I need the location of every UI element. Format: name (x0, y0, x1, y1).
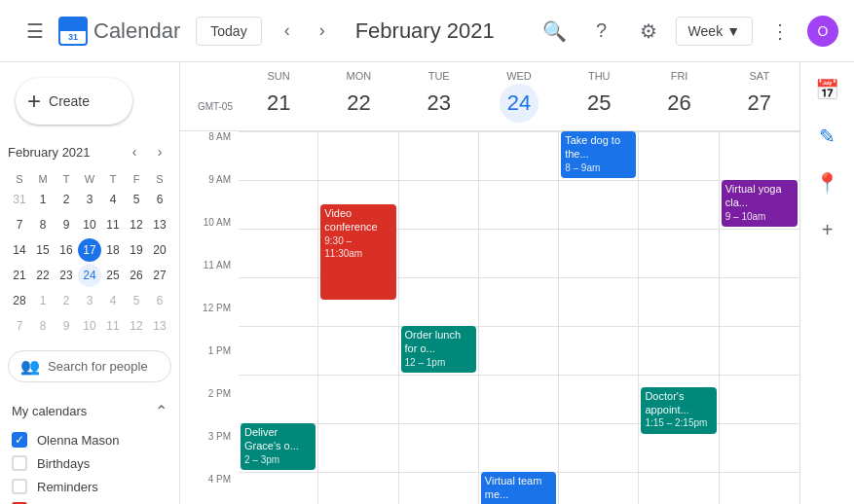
calendar-event[interactable]: Take dog to the...8 – 9am (561, 131, 636, 178)
mini-day[interactable]: 19 (125, 238, 148, 262)
calendar-event[interactable]: Deliver Grace's o...2 – 3pm (241, 423, 316, 470)
mini-day[interactable]: 28 (8, 289, 31, 312)
week-label: Week (688, 23, 724, 39)
mini-day[interactable]: 22 (31, 264, 55, 287)
mini-day[interactable]: 1 (31, 188, 55, 211)
event-time: 8 – 9am (565, 162, 632, 174)
view-selector[interactable]: Week ▼ (676, 17, 753, 46)
mini-cal-header: February 2021 ‹ › (8, 140, 171, 163)
day-column-header[interactable]: MON22 (318, 62, 398, 130)
day-column-header[interactable]: SAT27 (720, 62, 799, 130)
mini-day[interactable]: 5 (125, 289, 148, 312)
mini-day[interactable]: 24 (78, 264, 101, 287)
day-column-header[interactable]: THU25 (559, 62, 639, 130)
time-label: 1 PM (180, 345, 239, 394)
avatar[interactable]: O (807, 16, 838, 47)
mini-day[interactable]: 25 (101, 264, 125, 287)
mini-day[interactable]: 1 (31, 289, 55, 312)
mini-day[interactable]: 12 (125, 213, 148, 236)
mini-day[interactable]: 15 (31, 238, 55, 262)
calendar-event[interactable]: Virtual yoga cla...9 – 10am (722, 180, 798, 227)
mini-day[interactable]: 2 (55, 188, 78, 211)
people-search-icon: 👥 (20, 357, 40, 376)
mini-day[interactable]: 12 (125, 314, 148, 338)
mini-day[interactable]: 23 (55, 264, 78, 287)
mini-prev-button[interactable]: ‹ (123, 140, 146, 163)
hour-line (639, 472, 718, 473)
day-column-header[interactable]: WED24 (479, 62, 559, 130)
right-panel-add-icon[interactable]: + (808, 210, 847, 249)
mini-day[interactable]: 17 (78, 238, 101, 262)
mini-day[interactable]: 8 (31, 213, 55, 236)
hour-line (720, 472, 799, 473)
mini-day[interactable]: 16 (55, 238, 78, 262)
hour-line (559, 277, 638, 278)
right-panel-icon-2[interactable]: ✎ (808, 117, 847, 156)
today-button[interactable]: Today (196, 17, 261, 46)
mini-day[interactable]: 9 (55, 314, 78, 338)
mini-day[interactable]: 4 (101, 188, 125, 211)
day-name: WED (483, 70, 555, 82)
help-button[interactable]: ? (582, 12, 621, 51)
mini-day[interactable]: 10 (78, 314, 101, 338)
mini-day[interactable]: 14 (8, 238, 31, 262)
calendar-item[interactable]: ✓Olenna Mason (8, 428, 171, 451)
mini-day[interactable]: 9 (55, 213, 78, 236)
my-calendars-header[interactable]: My calendars ⌃ (8, 394, 171, 428)
hour-line (399, 277, 478, 278)
calendar-item[interactable]: Birthdays (8, 451, 171, 475)
mini-day[interactable]: 10 (78, 213, 101, 236)
settings-button[interactable]: ⚙ (629, 12, 668, 51)
mini-day[interactable]: 27 (148, 264, 171, 287)
mini-day[interactable]: 3 (78, 188, 101, 211)
time-grid[interactable]: 8 AM9 AM10 AM11 AM12 PM1 PM2 PM3 PM4 PM5… (180, 131, 799, 504)
mini-day[interactable]: 18 (101, 238, 125, 262)
hamburger-button[interactable]: ☰ (16, 12, 55, 51)
right-panel-icon-1[interactable]: 📅 (808, 70, 847, 109)
day-number: 26 (660, 84, 699, 123)
mini-day-header: T (101, 171, 125, 187)
mini-day[interactable]: 13 (148, 213, 171, 236)
hour-line (479, 423, 558, 424)
calendar-event[interactable]: Doctor's appoint...1:15 – 2:15pm (641, 387, 716, 434)
hour-line (720, 423, 799, 424)
next-arrow-button[interactable]: › (305, 14, 340, 49)
day-column-header[interactable]: FRI26 (639, 62, 719, 130)
calendar-event[interactable]: Order lunch for o...12 – 1pm (401, 326, 476, 373)
search-people-input[interactable]: 👥 Search for people (8, 350, 171, 382)
mini-day[interactable]: 7 (8, 213, 31, 236)
mini-day[interactable]: 4 (101, 289, 125, 312)
mini-day[interactable]: 11 (101, 314, 125, 338)
day-column-header[interactable]: SUN21 (239, 62, 318, 130)
calendar-event[interactable]: Video conference9:30 – 11:30am (320, 204, 395, 300)
search-button[interactable]: 🔍 (536, 12, 575, 51)
hour-line (399, 180, 478, 181)
mini-day[interactable]: 6 (148, 289, 171, 312)
mini-next-button[interactable]: › (148, 140, 171, 163)
search-people-placeholder: Search for people (48, 359, 148, 374)
create-button[interactable]: + Create (16, 78, 132, 125)
mini-day[interactable]: 2 (55, 289, 78, 312)
event-time: 2 – 3pm (244, 453, 312, 466)
mini-day[interactable]: 20 (148, 238, 171, 262)
mini-day[interactable]: 6 (148, 188, 171, 211)
day-column-header[interactable]: TUE23 (399, 62, 479, 130)
calendar-item[interactable]: Tasks (8, 498, 171, 504)
hamburger-icon: ☰ (26, 19, 44, 43)
hour-line (479, 277, 558, 278)
apps-button[interactable]: ⋮ (761, 12, 799, 51)
right-panel-icon-3[interactable]: 📍 (808, 163, 847, 202)
mini-day[interactable]: 31 (8, 188, 31, 211)
calendar-item[interactable]: Reminders (8, 475, 171, 498)
mini-day[interactable]: 8 (31, 314, 55, 338)
prev-arrow-button[interactable]: ‹ (270, 14, 305, 49)
mini-day[interactable]: 11 (101, 213, 125, 236)
hour-line (559, 229, 638, 230)
mini-day[interactable]: 21 (8, 264, 31, 287)
mini-day[interactable]: 7 (8, 314, 31, 338)
mini-day[interactable]: 3 (78, 289, 101, 312)
mini-day[interactable]: 5 (125, 188, 148, 211)
mini-day[interactable]: 26 (125, 264, 148, 287)
mini-day[interactable]: 13 (148, 314, 171, 338)
calendar-event[interactable]: Virtual team me...3 – 4pm (481, 472, 556, 504)
